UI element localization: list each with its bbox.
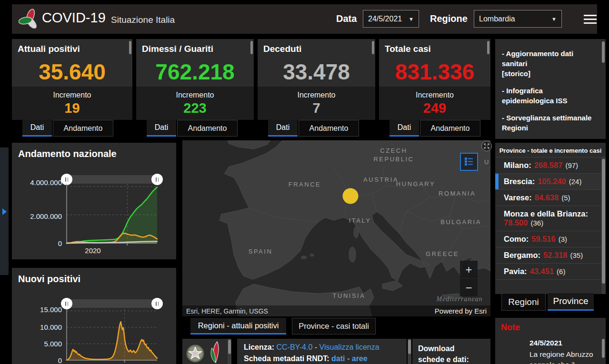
metadati-label: Scheda metadati RNDT: — [244, 354, 329, 363]
card-title: Deceduti — [263, 44, 301, 54]
repubblica-italiana-emblem — [186, 342, 204, 364]
note-date: 24/5/2021 — [529, 339, 562, 347]
map-label-italy: ITALY — [349, 216, 371, 225]
time-slider-track[interactable] — [67, 299, 157, 308]
y-tick: 0 — [17, 356, 62, 364]
y-tick: 10.000 — [17, 323, 62, 332]
tab-dati[interactable]: Dati — [389, 120, 419, 137]
zoom-in-button[interactable]: + — [460, 261, 478, 278]
increment-label: Incremento — [379, 91, 490, 99]
card-deceduti: Deceduti 33.478 Incremento 7 — [258, 39, 375, 120]
map-basemap — [182, 140, 490, 316]
tab-regioni[interactable]: Regioni — [501, 293, 546, 311]
province-row-brescia[interactable]: Brescia: 105.240 (24) — [495, 174, 606, 190]
card-scrollbar[interactable] — [250, 41, 253, 54]
tab-andamento[interactable]: Andamento — [299, 120, 359, 137]
province-panel: Province - totale e incremento casi Mila… — [495, 143, 606, 294]
link-aggiornamento-dati[interactable]: - Aggiornamento dati sanitari [storico] — [502, 49, 600, 79]
increment-value: 249 — [379, 100, 490, 116]
cc-by-link[interactable]: CC-BY-4.0 — [276, 343, 312, 351]
andamento-nazionale-chart — [67, 184, 157, 243]
expand-map-button[interactable] — [481, 141, 492, 151]
map-label-czech-republic: CZECH REPUBLIC — [373, 147, 414, 163]
x-axis-label: 2020 — [67, 246, 119, 255]
map-label-france: FRANCE — [289, 180, 321, 189]
nuovi-positivi-chart — [67, 309, 157, 360]
tab-andamento[interactable]: Andamento — [53, 120, 113, 137]
card-scrollbar[interactable] — [129, 41, 131, 54]
time-slider-handle-right[interactable] — [151, 298, 163, 309]
zoom-out-button[interactable]: − — [460, 279, 478, 296]
regione-label: Regione — [430, 13, 468, 24]
tab-dati[interactable]: Dati — [22, 120, 52, 137]
legend-list-icon — [464, 157, 474, 167]
link-infografica-iss[interactable]: - Infografica epidemiologica ISS — [502, 86, 600, 106]
increment-value: 19 — [12, 100, 132, 116]
visualizza-licenza-link[interactable]: Visualizza licenza — [319, 343, 379, 351]
map-label-ukraine-partial: U — [484, 158, 490, 167]
time-slider-handle-left[interactable] — [61, 298, 72, 309]
nuovi-positivi-panel: Nuovi positivi 15.000 10.000 5.000 0 — [12, 268, 176, 364]
tab-dati[interactable]: Dati — [147, 120, 176, 137]
y-tick: 5.000 — [17, 340, 62, 348]
card-scrollbar[interactable] — [487, 41, 489, 54]
app-title: COVID-19 — [42, 10, 106, 26]
province-row-pavia[interactable]: Pavia: 43.451 (6) — [495, 264, 606, 280]
region-dropdown[interactable]: Lombardia ▼ — [474, 10, 562, 28]
card-title: Attuali positivi — [18, 44, 80, 54]
card-increment: Incremento 249 — [379, 87, 490, 120]
time-slider-track[interactable] — [67, 175, 157, 184]
y-tick: 15.000 — [17, 305, 62, 314]
tab-province-casi-totali[interactable]: Province - casi totali — [292, 318, 376, 334]
map[interactable]: CZECH REPUBLIC FRANCE AUSTRIA HUNGARY RO… — [182, 140, 490, 316]
tab-andamento[interactable]: Andamento — [177, 120, 238, 137]
card-value: 35.640 — [12, 57, 132, 87]
province-scrollbar[interactable] — [602, 159, 605, 284]
province-row-bergamo[interactable]: Bergamo: 52.318 (35) — [495, 247, 606, 264]
expand-arrows-icon — [483, 143, 490, 149]
increment-label: Incremento — [136, 91, 254, 99]
dati-link[interactable]: dati — [331, 354, 345, 363]
chevron-down-icon: ▼ — [409, 16, 414, 22]
dash-separator: - — [347, 354, 349, 363]
map-attribution-bar: Esri, HERE, Garmin, USGS Powered by Esri — [182, 305, 490, 316]
map-label-spain: SPAIN — [249, 247, 273, 256]
note-panel: Note 24/5/2021 La regione Abruzzo segnal… — [495, 318, 606, 364]
province-row-como[interactable]: Como: 59.516 (3) — [495, 231, 606, 247]
links-scrollbar[interactable] — [602, 41, 605, 63]
province-panel-title: Province - totale e incremento casi — [495, 143, 606, 157]
dash-separator: - — [315, 343, 317, 351]
tab-province[interactable]: Province — [548, 293, 594, 311]
hamburger-menu-icon[interactable] — [584, 12, 597, 26]
map-label-austria: AUSTRIA — [363, 176, 399, 184]
data-label: Data — [336, 13, 357, 24]
increment-value: 7 — [258, 100, 375, 116]
tab-andamento[interactable]: Andamento — [420, 120, 480, 137]
protezione-civile-logo — [19, 9, 40, 30]
province-row-monza[interactable]: Monza e della Brianza: 78.500 (36) — [495, 206, 606, 231]
powered-by-esri: Powered by Esri — [435, 307, 487, 315]
aree-link[interactable]: aree — [352, 354, 368, 363]
y-tick: 2.000.000 — [17, 212, 62, 221]
tab-regioni-attuali-positivi[interactable]: Regioni - attuali positivi — [190, 318, 286, 334]
protezione-civile-footer-logo — [208, 341, 225, 364]
province-row-milano[interactable]: Milano: 268.587 (97) — [495, 157, 606, 174]
tab-dati[interactable]: Dati — [268, 120, 298, 137]
link-sorveglianza-regioni[interactable]: - Sorveglianza settimanale Regioni — [502, 113, 600, 133]
date-dropdown[interactable]: 24/5/2021 ▼ — [363, 10, 419, 28]
footer-scrollbar[interactable] — [408, 340, 411, 354]
app-subtitle: Situazione Italia — [111, 15, 175, 25]
map-marker[interactable] — [343, 188, 359, 204]
note-scrollbar[interactable] — [602, 339, 605, 358]
chart-title: Andamento nazionale — [18, 148, 117, 159]
sidebar-expander[interactable] — [0, 148, 9, 275]
logos-scrollbar[interactable] — [228, 340, 231, 354]
date-dropdown-value: 24/5/2021 — [368, 15, 402, 23]
region-dropdown-value: Lombardia — [479, 15, 515, 23]
increment-value: 223 — [136, 100, 254, 116]
map-label-bulgaria: BULGARIA — [440, 218, 481, 226]
legend-button[interactable] — [460, 153, 478, 171]
province-row-varese[interactable]: Varese: 84.638 (5) — [495, 190, 606, 206]
card-increment: Incremento 7 — [258, 87, 375, 120]
card-scrollbar[interactable] — [372, 41, 374, 54]
